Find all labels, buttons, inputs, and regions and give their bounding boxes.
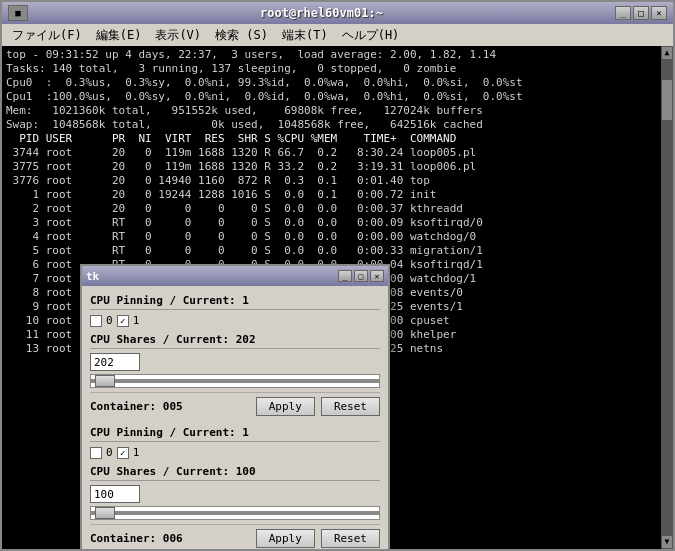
- cpu-shares-title-1: CPU Shares / Current: 202: [90, 331, 380, 349]
- window-controls: _ □ ✕: [615, 6, 667, 20]
- footer-buttons-1: Apply Reset: [256, 397, 380, 416]
- menu-file[interactable]: ファイル(F): [6, 26, 88, 45]
- terminal-window: ■ root@rhel60vm01:~ _ □ ✕ ファイル(F) 編集(E) …: [0, 0, 675, 551]
- checkbox-cpu1-label-2: 1: [133, 446, 140, 459]
- tk-body: CPU Pinning / Current: 1 0 1 CPU Shares …: [82, 286, 388, 549]
- tk-dialog: tk _ □ ✕ CPU Pinning / Current: 1 0 1: [80, 264, 390, 549]
- tk-minimize-button[interactable]: _: [338, 270, 352, 282]
- menu-bar: ファイル(F) 編集(E) 表示(V) 検索 (S) 端末(T) ヘルプ(H): [2, 24, 673, 46]
- reset-button-2[interactable]: Reset: [321, 529, 380, 548]
- tk-close-button[interactable]: ✕: [370, 270, 384, 282]
- title-bar: ■ root@rhel60vm01:~ _ □ ✕: [2, 2, 673, 24]
- cpu-shares-slider-2[interactable]: [90, 506, 380, 520]
- tk-title: tk: [86, 270, 99, 283]
- scrollbar-thumb[interactable]: [662, 80, 672, 120]
- terminal-line: 3776 root 20 0 14940 1160 872 R 0.3 0.1 …: [6, 174, 669, 188]
- cpu-shares-title-2: CPU Shares / Current: 100: [90, 463, 380, 481]
- scrollbar[interactable]: ▲ ▼: [661, 46, 673, 549]
- cpu-pinning-title-2: CPU Pinning / Current: 1: [90, 424, 380, 442]
- tk-maximize-button[interactable]: □: [354, 270, 368, 282]
- window-icon: ■: [8, 5, 28, 21]
- close-button[interactable]: ✕: [651, 6, 667, 20]
- cpu-pinning-checkboxes-2: 0 1: [90, 446, 380, 459]
- container-footer-2: Container: 006 Apply Reset: [90, 524, 380, 549]
- menu-search[interactable]: 検索 (S): [209, 26, 274, 45]
- maximize-button[interactable]: □: [633, 6, 649, 20]
- terminal-line: Mem: 1021360k total, 951552k used, 69808…: [6, 104, 669, 118]
- checkbox-cpu0-label-2: 0: [106, 446, 113, 459]
- tk-title-bar: tk _ □ ✕: [82, 266, 388, 286]
- reset-button-1[interactable]: Reset: [321, 397, 380, 416]
- terminal-line: Cpu1 :100.0%us, 0.0%sy, 0.0%ni, 0.0%id, …: [6, 90, 669, 104]
- terminal-line: 5 root RT 0 0 0 0 S 0.0 0.0 0:00.33 migr…: [6, 244, 669, 258]
- cpu-shares-input-1[interactable]: [90, 353, 140, 371]
- terminal-line: 3775 root 20 0 119m 1688 1320 R 33.2 0.2…: [6, 160, 669, 174]
- cpu-shares-section-2: CPU Shares / Current: 100: [90, 463, 380, 520]
- menu-terminal[interactable]: 端末(T): [276, 26, 334, 45]
- checkbox-cpu0-1[interactable]: [90, 315, 102, 327]
- cpu-shares-section-1: CPU Shares / Current: 202: [90, 331, 380, 388]
- apply-button-2[interactable]: Apply: [256, 529, 315, 548]
- checkbox-cpu1-2[interactable]: [117, 447, 129, 459]
- tk-title-buttons: _ □ ✕: [338, 270, 384, 282]
- cpu-shares-slider-1[interactable]: [90, 374, 380, 388]
- menu-help[interactable]: ヘルプ(H): [336, 26, 406, 45]
- slider-thumb-1[interactable]: [95, 375, 115, 387]
- slider-track-2: [91, 511, 379, 515]
- slider-thumb-2[interactable]: [95, 507, 115, 519]
- checkbox-cpu0-label-1: 0: [106, 314, 113, 327]
- checkbox-cpu1-label-1: 1: [133, 314, 140, 327]
- terminal-line: 4 root RT 0 0 0 0 S 0.0 0.0 0:00.00 watc…: [6, 230, 669, 244]
- terminal-wrapper: top - 09:31:52 up 4 days, 22:37, 3 users…: [2, 46, 673, 549]
- terminal-line: Swap: 1048568k total, 0k used, 1048568k …: [6, 118, 669, 132]
- cpu-pinning-section-1: CPU Pinning / Current: 1 0 1: [90, 292, 380, 327]
- cpu-shares-slider-container-1: [90, 374, 380, 388]
- cpu-shares-input-2[interactable]: [90, 485, 140, 503]
- apply-button-1[interactable]: Apply: [256, 397, 315, 416]
- terminal-line: top - 09:31:52 up 4 days, 22:37, 3 users…: [6, 48, 669, 62]
- footer-buttons-2: Apply Reset: [256, 529, 380, 548]
- checkbox-cpu0-2[interactable]: [90, 447, 102, 459]
- terminal-line: PID USER PR NI VIRT RES SHR S %CPU %MEM …: [6, 132, 669, 146]
- cpu-shares-slider-container-2: [90, 506, 380, 520]
- cpu-pinning-checkboxes-1: 0 1: [90, 314, 380, 327]
- slider-track-1: [91, 379, 379, 383]
- terminal-line: 2 root 20 0 0 0 0 S 0.0 0.0 0:00.37 kthr…: [6, 202, 669, 216]
- cpu-pinning-section-2: CPU Pinning / Current: 1 0 1: [90, 424, 380, 459]
- terminal-line: 3 root RT 0 0 0 0 S 0.0 0.0 0:00.09 ksof…: [6, 216, 669, 230]
- terminal-line: Cpu0 : 0.3%us, 0.3%sy, 0.0%ni, 99.3%id, …: [6, 76, 669, 90]
- menu-edit[interactable]: 編集(E): [90, 26, 148, 45]
- container-label-1: Container: 005: [90, 400, 183, 413]
- menu-view[interactable]: 表示(V): [149, 26, 207, 45]
- container-footer-1: Container: 005 Apply Reset: [90, 392, 380, 418]
- checkbox-cpu1-1[interactable]: [117, 315, 129, 327]
- minimize-button[interactable]: _: [615, 6, 631, 20]
- terminal-line: 1 root 20 0 19244 1288 1016 S 0.0 0.1 0:…: [6, 188, 669, 202]
- terminal-line: Tasks: 140 total, 3 running, 137 sleepin…: [6, 62, 669, 76]
- window-title: root@rhel60vm01:~: [260, 6, 383, 20]
- terminal-line: 3744 root 20 0 119m 1688 1320 R 66.7 0.2…: [6, 146, 669, 160]
- cpu-pinning-title-1: CPU Pinning / Current: 1: [90, 292, 380, 310]
- container-label-2: Container: 006: [90, 532, 183, 545]
